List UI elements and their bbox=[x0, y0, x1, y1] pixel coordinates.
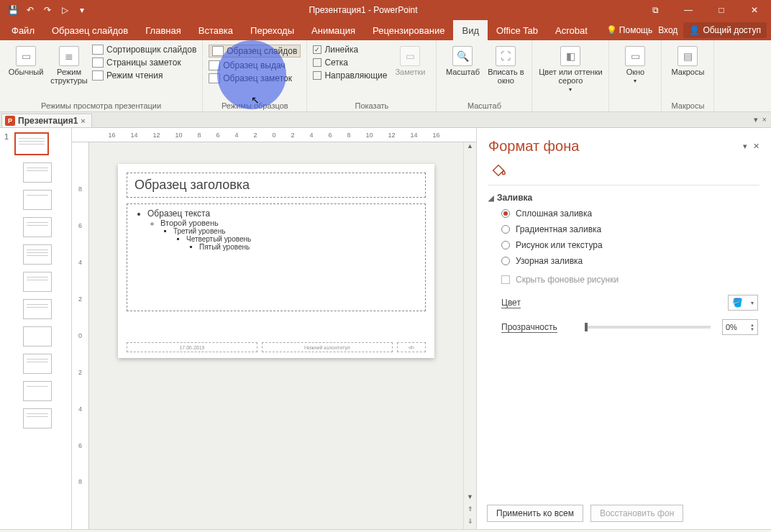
transparency-slider[interactable] bbox=[585, 326, 711, 329]
document-tab[interactable]: P Презентация1 × bbox=[1, 114, 92, 127]
fill-section-header[interactable]: ◢ Заливка bbox=[477, 185, 771, 207]
hide-background-checkbox: Скрыть фоновые рисунки bbox=[477, 272, 771, 290]
layout-thumb[interactable] bbox=[23, 217, 52, 237]
horizontal-ruler[interactable]: 1614121086420246810121416 bbox=[72, 128, 476, 142]
tab-slide-master[interactable]: Образец слайдов bbox=[43, 20, 137, 40]
pane-close-icon[interactable]: ✕ bbox=[753, 142, 759, 151]
slide-master-button[interactable]: Образец слайдов bbox=[209, 45, 301, 58]
reading-view-button[interactable]: Режим чтения bbox=[92, 70, 196, 81]
notes-button[interactable]: ▭Заметки bbox=[390, 43, 430, 100]
tab-acrobat[interactable]: Acrobat bbox=[547, 20, 596, 40]
window-controls: ⧉ — □ ✕ bbox=[639, 0, 771, 20]
title-text: Образец заголовка bbox=[134, 178, 418, 193]
reset-background-button[interactable]: Восстановить фон bbox=[590, 505, 683, 522]
group-label-macros: Макросы bbox=[667, 101, 708, 110]
layout-thumb[interactable] bbox=[23, 326, 52, 347]
date-placeholder[interactable]: 17.06.2019 bbox=[127, 342, 257, 352]
pane-options-icon[interactable]: ▾ bbox=[743, 142, 747, 151]
document-tab-label: Презентация1 bbox=[18, 116, 78, 126]
layout-thumb[interactable] bbox=[23, 299, 52, 319]
layout-thumb[interactable] bbox=[23, 381, 52, 401]
layout-thumb[interactable] bbox=[23, 244, 52, 265]
outline-view-button[interactable]: ≣Режим структуры bbox=[49, 43, 89, 100]
picture-fill-radio[interactable]: Рисунок или текстура bbox=[501, 240, 759, 250]
tab-office-tab[interactable]: Office Tab bbox=[488, 20, 547, 40]
gradient-fill-radio[interactable]: Градиентная заливка bbox=[501, 224, 759, 234]
color-picker-button[interactable]: 🪣 ▾ bbox=[728, 295, 758, 311]
vertical-scrollbar[interactable]: ▲ ▼ ⇑ ⇓ bbox=[463, 142, 476, 529]
slide-number-placeholder[interactable]: ‹#› bbox=[397, 342, 426, 352]
ribbon-options-icon[interactable]: ⧉ bbox=[639, 0, 672, 20]
group-show: ✓Линейка Сетка Направляющие ▭Заметки Пок… bbox=[307, 40, 437, 111]
qat-more-icon[interactable]: ▾ bbox=[76, 4, 88, 16]
title-placeholder[interactable]: Образец заголовка bbox=[127, 173, 426, 198]
color-grayscale-button[interactable]: ◧Цвет или оттенки серого▾ bbox=[538, 43, 603, 109]
signin-button[interactable]: Вход bbox=[658, 25, 678, 35]
tab-insert[interactable]: Вставка bbox=[190, 20, 242, 40]
tab-review[interactable]: Рецензирование bbox=[364, 20, 453, 40]
help-button[interactable]: 💡 Помощь bbox=[606, 25, 653, 35]
close-button[interactable]: ✕ bbox=[738, 0, 771, 20]
start-slideshow-icon[interactable]: ▷ bbox=[59, 4, 70, 16]
tab-home[interactable]: Главная bbox=[137, 20, 189, 40]
zoom-button[interactable]: 🔍Масштаб bbox=[442, 43, 483, 100]
scroll-up-icon[interactable]: ▲ bbox=[464, 142, 476, 154]
guides-checkbox[interactable]: Направляющие bbox=[313, 70, 387, 81]
doctabs-close-all-icon[interactable]: × bbox=[762, 115, 767, 124]
group-window: ▭Окно▾ bbox=[609, 40, 662, 111]
undo-icon[interactable]: ↶ bbox=[24, 4, 36, 16]
transparency-input[interactable]: 0% ▲▼ bbox=[722, 319, 758, 335]
ribbon: ▭Обычный ≣Режим структуры Сортировщик сл… bbox=[0, 40, 771, 112]
layout-thumb[interactable] bbox=[23, 162, 52, 183]
apply-all-button[interactable]: Применить ко всем bbox=[487, 505, 583, 522]
scroll-down-icon[interactable]: ▼ bbox=[464, 493, 476, 505]
share-button[interactable]: 👤 Общий доступ bbox=[683, 22, 767, 38]
slide-canvas[interactable]: Образец заголовка Образец текста Второй … bbox=[89, 142, 463, 529]
tab-view[interactable]: Вид bbox=[453, 20, 488, 40]
thumb-number: 1 bbox=[4, 132, 12, 141]
ruler-checkbox[interactable]: ✓Линейка bbox=[313, 45, 387, 55]
doctabs-dropdown-icon[interactable]: ▾ bbox=[754, 115, 758, 124]
layout-thumb[interactable] bbox=[23, 408, 52, 428]
fill-tab-icon[interactable] bbox=[488, 160, 508, 180]
close-tab-icon[interactable]: × bbox=[81, 116, 85, 125]
status-bar: Образец слайдов 📖 русский ▭ ▦ ▣ ▤ − + 38… bbox=[0, 529, 771, 532]
redo-icon[interactable]: ↷ bbox=[42, 4, 53, 16]
color-row: Цвет 🪣 ▾ bbox=[477, 290, 771, 315]
ribbon-tabs: Файл Образец слайдов Главная Вставка Пер… bbox=[0, 20, 771, 40]
layout-thumb[interactable] bbox=[23, 354, 52, 374]
notes-page-button[interactable]: Страницы заметок bbox=[92, 58, 196, 68]
minimize-button[interactable]: — bbox=[672, 0, 705, 20]
group-presentation-views: ▭Обычный ≣Режим структуры Сортировщик сл… bbox=[0, 40, 203, 111]
content-placeholder[interactable]: Образец текста Второй уровень Третий уро… bbox=[127, 203, 426, 311]
document-tabs-bar: P Презентация1 × ▾ × bbox=[0, 112, 771, 128]
group-label-show: Показать bbox=[313, 101, 430, 110]
window-button[interactable]: ▭Окно▾ bbox=[615, 43, 655, 109]
group-label-zoom: Масштаб bbox=[442, 101, 526, 110]
layout-thumb[interactable] bbox=[23, 190, 52, 210]
maximize-button[interactable]: □ bbox=[705, 0, 738, 20]
notes-master-button[interactable]: Образец заметок bbox=[209, 73, 301, 83]
slide-master[interactable]: Образец заголовка Образец текста Второй … bbox=[118, 164, 434, 358]
solid-fill-radio[interactable]: Сплошная заливка bbox=[501, 208, 759, 219]
macros-button[interactable]: ▤Макросы bbox=[667, 43, 708, 100]
tab-file[interactable]: Файл bbox=[3, 20, 43, 40]
vertical-ruler[interactable]: 864202468 bbox=[72, 142, 89, 529]
tab-animation[interactable]: Анимация bbox=[303, 20, 364, 40]
gridlines-checkbox[interactable]: Сетка bbox=[313, 58, 387, 68]
group-label-views: Режимы просмотра презентации bbox=[6, 101, 196, 110]
slide-sorter-button[interactable]: Сортировщик слайдов bbox=[92, 45, 196, 55]
normal-view-button[interactable]: ▭Обычный bbox=[6, 43, 46, 100]
pattern-fill-radio[interactable]: Узорная заливка bbox=[501, 256, 759, 266]
master-thumb[interactable] bbox=[14, 132, 49, 155]
handout-master-button[interactable]: Образец выдач bbox=[209, 60, 301, 70]
prev-slide-icon[interactable]: ⇑ bbox=[464, 505, 476, 517]
save-icon[interactable]: 💾 bbox=[7, 4, 19, 16]
spin-down-icon[interactable]: ▼ bbox=[750, 327, 754, 331]
tab-transitions[interactable]: Переходы bbox=[242, 20, 303, 40]
next-slide-icon[interactable]: ⇓ bbox=[464, 518, 476, 529]
layout-thumb[interactable] bbox=[23, 272, 52, 292]
fit-window-button[interactable]: ⛶Вписать в окно bbox=[485, 43, 526, 100]
footer-text-placeholder[interactable]: Нижний колонтитул bbox=[262, 342, 393, 352]
slide-thumbnails[interactable]: 1 bbox=[0, 128, 72, 529]
